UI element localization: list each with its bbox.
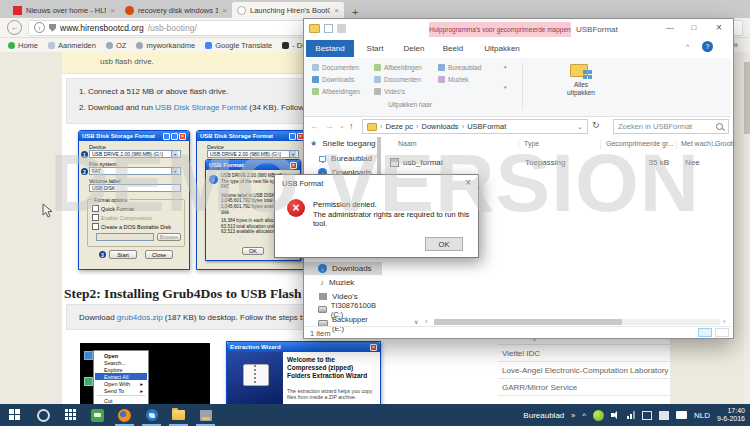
keyboard-tray-icon[interactable] bbox=[676, 411, 687, 419]
extract-destination[interactable]: Documenten bbox=[312, 62, 372, 73]
sidebar-item-quick-access[interactable]: ★ Snelle toegang bbox=[304, 137, 382, 150]
quick-access-icon[interactable] bbox=[337, 24, 346, 33]
refresh-icon[interactable]: ↻ bbox=[592, 120, 600, 130]
grub4dos-link[interactable]: grub4dos.zip bbox=[117, 313, 163, 322]
toolbar-label[interactable]: Bureaublad bbox=[523, 411, 564, 420]
tab-close-icon[interactable]: × bbox=[334, 6, 339, 15]
dialog-close-icon[interactable]: × bbox=[465, 177, 471, 188]
column-divider[interactable] bbox=[711, 140, 712, 149]
extract-destination[interactable]: Video's bbox=[374, 86, 434, 97]
taskbar-app-tool[interactable] bbox=[192, 404, 219, 426]
back-button[interactable]: ← bbox=[7, 20, 22, 35]
taskbar-app-thunderbird[interactable] bbox=[138, 404, 165, 426]
mirror-link[interactable]: Viettel IDC bbox=[502, 349, 540, 358]
extract-destination[interactable]: Afbeeldingen bbox=[374, 62, 434, 73]
sidebar-item-downloads-selected[interactable]: ↓ Downloads bbox=[304, 262, 382, 275]
language-indicator[interactable]: NLD bbox=[694, 411, 710, 420]
sidebar-scroll-down-icon[interactable]: ∨ bbox=[414, 318, 418, 325]
nav-recent-icon[interactable]: ⌄ bbox=[339, 122, 345, 130]
thumbnails-view-button[interactable] bbox=[715, 328, 729, 337]
tab-start[interactable]: Start bbox=[358, 40, 392, 57]
mirror-link[interactable]: GARR/Mirror Service bbox=[502, 383, 577, 392]
breadcrumb-usbformat[interactable]: USBFormat bbox=[467, 122, 506, 131]
breadcrumb-downloads[interactable]: Downloads bbox=[422, 122, 459, 131]
clock[interactable]: 17:40 9-6-2016 bbox=[717, 407, 745, 423]
browser-tab-hirens[interactable]: Launching Hiren's BootC... × bbox=[232, 2, 344, 18]
sidebar-item-bureaublad[interactable]: Bureaublad bbox=[304, 152, 382, 165]
taskbar-app-grid[interactable] bbox=[57, 404, 84, 426]
tab-beeld[interactable]: Beeld bbox=[436, 40, 470, 57]
horizontal-scrollbar-thumb[interactable] bbox=[434, 319, 622, 325]
bookmark-myworkandme[interactable]: myworkandme bbox=[136, 41, 195, 50]
tray-app-icon[interactable] bbox=[642, 411, 652, 420]
hscroll-left-icon[interactable]: ‹ bbox=[425, 318, 427, 325]
maximize-button[interactable]: □ bbox=[682, 19, 706, 36]
extract-destination[interactable]: Afbeeldingen bbox=[312, 86, 372, 97]
shield-icon[interactable] bbox=[49, 24, 56, 32]
column-header-size[interactable]: Gecomprimeerde gr... bbox=[606, 140, 674, 147]
address-dropdown-icon[interactable]: ⌄ bbox=[577, 123, 583, 131]
network-icon[interactable] bbox=[627, 411, 635, 419]
tab-bestand[interactable]: Bestand bbox=[306, 40, 354, 57]
page-scrollbar-thumb[interactable] bbox=[744, 62, 750, 134]
details-view-button[interactable] bbox=[698, 328, 712, 337]
ok-button[interactable]: OK bbox=[425, 237, 463, 251]
minimize-button[interactable]: — bbox=[658, 19, 682, 36]
taskbar-app-cortana[interactable] bbox=[30, 404, 57, 426]
extract-destination[interactable]: Muziek bbox=[438, 74, 496, 85]
nav-up-icon[interactable]: ↑ bbox=[349, 121, 354, 131]
mirror-link[interactable]: Love-Angel Electronic-Computation Labora… bbox=[502, 366, 668, 375]
mirror-link-row[interactable]: GARR/Mirror Service bbox=[498, 379, 670, 396]
help-icon[interactable]: ? bbox=[702, 41, 713, 52]
column-divider[interactable] bbox=[676, 140, 677, 149]
mirror-link-row[interactable]: Viettel IDC bbox=[498, 345, 670, 362]
page-scrollbar[interactable] bbox=[744, 52, 750, 404]
taskbar-app-explorer[interactable] bbox=[165, 404, 192, 426]
bookmark-home[interactable]: Home bbox=[8, 41, 38, 50]
column-header-password[interactable]: Met wacht... bbox=[681, 140, 719, 147]
bookmark-aanmelden[interactable]: Aanmelden bbox=[48, 41, 96, 50]
column-header-type[interactable]: Type bbox=[524, 140, 539, 147]
tab-close-icon[interactable]: × bbox=[222, 6, 227, 15]
extract-destination[interactable]: Downloads bbox=[312, 74, 372, 85]
sidebar-item-muziek[interactable]: ♪ Muziek bbox=[304, 276, 382, 289]
address-bar[interactable]: › Deze pc › Downloads › USBFormat ⌄ bbox=[362, 119, 588, 134]
extract-destination[interactable]: Documenten bbox=[374, 74, 434, 85]
antivirus-tray-icon[interactable] bbox=[593, 410, 604, 421]
breadcrumb-deze-pc[interactable]: Deze pc bbox=[386, 122, 414, 131]
extract-all-button[interactable]: Allesuitpakken bbox=[550, 60, 612, 112]
extract-destination[interactable]: Bureaublad bbox=[438, 62, 496, 73]
ribbon-scroll-down-icon[interactable]: ▾ bbox=[504, 84, 507, 90]
tab-close-icon[interactable]: × bbox=[110, 6, 115, 15]
tray-expand-icon[interactable]: ^ bbox=[582, 411, 586, 420]
file-row-usb-format[interactable]: usb_format Toepassing 35 kB Nee bbox=[390, 156, 700, 169]
tab-delen[interactable]: Delen bbox=[396, 40, 432, 57]
column-divider[interactable] bbox=[518, 140, 519, 149]
hscroll-right-icon[interactable]: › bbox=[723, 318, 725, 325]
column-header-grootte[interactable]: Groott bbox=[715, 140, 734, 147]
taskbar-app-green[interactable] bbox=[84, 404, 111, 426]
nav-forward-icon[interactable]: → bbox=[325, 121, 334, 131]
bookmark-oz[interactable]: OZ bbox=[106, 41, 126, 50]
search-box[interactable]: Zoeken in USBFormat bbox=[613, 119, 729, 134]
toolbar-overflow-icon[interactable]: » bbox=[571, 412, 575, 419]
browser-tab-recovery[interactable]: recovery disk windows 10... × bbox=[120, 2, 232, 18]
usb-disk-storage-format-link[interactable]: USB Disk Storage Format bbox=[155, 103, 247, 112]
new-tab-button[interactable]: + bbox=[352, 6, 358, 18]
nav-back-icon[interactable]: ← bbox=[310, 121, 319, 131]
ribbon-scroll-up-icon[interactable]: ▴ bbox=[504, 63, 507, 69]
bookmark-google-translate[interactable]: Google Translate bbox=[205, 41, 272, 50]
ribbon-collapse-icon[interactable]: ^ bbox=[686, 43, 689, 50]
browser-tab-news[interactable]: Nieuws over home - HLN... × bbox=[8, 2, 120, 18]
quick-access-icon[interactable] bbox=[324, 24, 333, 33]
mirror-link-row[interactable]: Love-Angel Electronic-Computation Labora… bbox=[498, 362, 670, 379]
tab-uitpakken[interactable]: Uitpakken bbox=[474, 40, 530, 57]
tray-app-icon[interactable] bbox=[659, 411, 669, 420]
column-header-naam[interactable]: Naam bbox=[398, 140, 417, 147]
volume-icon[interactable] bbox=[611, 411, 620, 420]
column-divider[interactable] bbox=[600, 140, 601, 149]
taskbar-app-firefox[interactable] bbox=[111, 404, 138, 426]
search-icon[interactable] bbox=[715, 122, 724, 131]
page-info-icon[interactable]: i bbox=[34, 22, 45, 33]
usb-format-dialog[interactable]: USB Format × × Permission denied. The ad… bbox=[274, 174, 479, 258]
